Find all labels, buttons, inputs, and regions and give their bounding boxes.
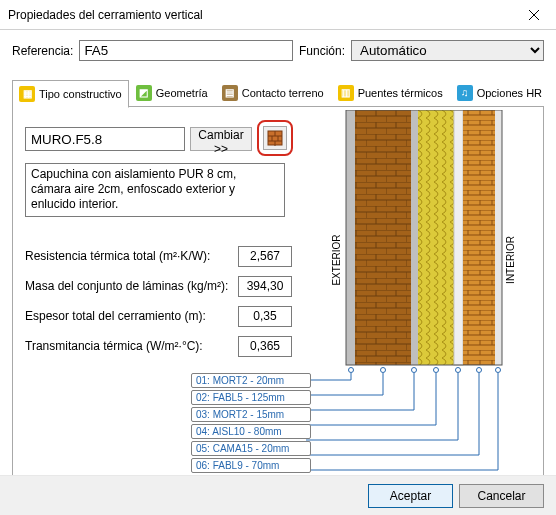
window-title: Propiedades del cerramiento vertical [8, 8, 511, 22]
tab-geometria[interactable]: ◩Geometría [129, 79, 215, 107]
layer-2: 02: FABL5 - 125mm [191, 390, 311, 405]
leader-lines [306, 368, 531, 478]
resistance-value: 2,567 [238, 246, 292, 267]
svg-rect-20 [411, 110, 418, 365]
layer-1: 01: MORT2 - 20mm [191, 373, 311, 388]
wall-svg: EXTERIOR INTERIOR [306, 110, 531, 390]
cancel-button[interactable]: Cancelar [459, 484, 544, 508]
dialog-button-bar: Aceptar Cancelar [0, 475, 556, 515]
sound-icon: ♫ [457, 85, 473, 101]
svg-rect-24 [495, 110, 502, 365]
reference-input[interactable] [79, 40, 293, 61]
exterior-label: EXTERIOR [331, 234, 342, 285]
function-select[interactable]: Automático [351, 40, 544, 61]
accept-button[interactable]: Aceptar [368, 484, 453, 508]
thickness-value: 0,35 [238, 306, 292, 327]
terrain-icon: ▤ [222, 85, 238, 101]
wall-type-input[interactable] [25, 127, 185, 151]
highlight-box [257, 120, 293, 156]
description-box: Capuchina con aislamiento PUR 8 cm, cáma… [25, 163, 285, 217]
thickness-label: Espesor total del cerramiento (m): [25, 309, 230, 323]
function-label: Función: [299, 44, 345, 58]
interior-label: INTERIOR [505, 236, 516, 284]
tab-puentes-termicos[interactable]: ▥Puentes térmicos [331, 79, 450, 107]
svg-rect-22 [454, 110, 463, 365]
tab-panel: Cambiar >> Capuchina con aislamiento PUR… [12, 107, 544, 499]
material-picker-button[interactable] [263, 126, 287, 150]
svg-rect-19 [355, 110, 411, 365]
bridge-icon: ▥ [338, 85, 354, 101]
layer-4: 04: AISL10 - 80mm [191, 424, 311, 439]
brick-icon [267, 130, 283, 146]
svg-rect-23 [463, 110, 495, 365]
wall-diagram: EXTERIOR INTERIOR [306, 110, 531, 393]
close-icon [529, 10, 539, 20]
layer-3: 03: MORT2 - 15mm [191, 407, 311, 422]
layer-6: 06: FABL9 - 70mm [191, 458, 311, 473]
mass-value: 394,30 [238, 276, 292, 297]
mass-label: Masa del conjunto de láminas (kg/m²): [25, 279, 230, 293]
tab-contacto-terreno[interactable]: ▤Contacto terreno [215, 79, 331, 107]
tab-bar: ▦Tipo constructivo ◩Geometría ▤Contacto … [12, 79, 544, 107]
title-bar: Propiedades del cerramiento vertical [0, 0, 556, 30]
transmittance-value: 0,365 [238, 336, 292, 357]
tab-tipo-constructivo[interactable]: ▦Tipo constructivo [12, 80, 129, 108]
layer-5: 05: CAMA15 - 20mm [191, 441, 311, 456]
reference-label: Referencia: [12, 44, 73, 58]
resistance-label: Resistencia térmica total (m²·K/W): [25, 249, 230, 263]
svg-rect-21 [418, 110, 454, 365]
transmittance-label: Transmitancia térmica (W/m²·°C): [25, 339, 230, 353]
change-button[interactable]: Cambiar >> [190, 127, 252, 151]
close-button[interactable] [511, 0, 556, 30]
geometry-icon: ◩ [136, 85, 152, 101]
tab-opciones-hr[interactable]: ♫Opciones HR [450, 79, 549, 107]
svg-rect-18 [346, 110, 355, 365]
layers-icon: ▦ [19, 86, 35, 102]
